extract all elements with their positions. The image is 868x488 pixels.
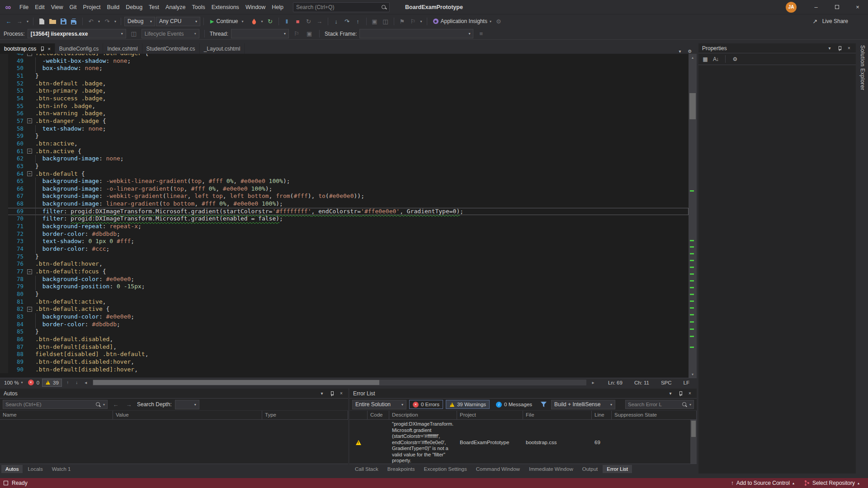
restart-application-icon[interactable]: ↻: [265, 16, 275, 26]
process-dropdown[interactable]: [13564] iisexpress.exe▾: [28, 29, 126, 38]
pin-icon[interactable]: [837, 46, 842, 51]
errors-filter-button[interactable]: 0 Errors: [409, 400, 443, 409]
breakpoint-margin[interactable]: [0, 163, 8, 170]
breakpoint-margin[interactable]: [0, 178, 8, 185]
tab-studentcontroller-cs[interactable]: StudentController.cs: [142, 43, 200, 54]
code-line-82[interactable]: 82−.btn-default.active {: [0, 305, 689, 313]
breakpoint-margin[interactable]: [0, 117, 8, 125]
close-button[interactable]: ×: [847, 0, 868, 14]
restart-icon[interactable]: ↻: [304, 16, 314, 26]
window-position-icon[interactable]: ▾: [667, 391, 674, 396]
column-header-value[interactable]: Value: [113, 411, 262, 419]
code-line-85[interactable]: 85}: [0, 328, 689, 336]
window-position-icon[interactable]: ▾: [826, 46, 833, 51]
configuration-dropdown[interactable]: Debug▾: [124, 17, 155, 26]
code-line-79[interactable]: 79 background-position: 0 -15px;: [0, 283, 689, 291]
scroll-right-icon[interactable]: ▸: [590, 380, 596, 385]
breakpoint-margin[interactable]: [0, 343, 8, 351]
properties-title-bar[interactable]: Properties ▾ ×: [698, 43, 856, 53]
error-list-row[interactable]: "progid:DXImageTransform.Microsoft.gradi…: [349, 420, 689, 464]
breakpoint-margin[interactable]: [0, 103, 8, 110]
fold-collapse-icon[interactable]: −: [27, 54, 32, 56]
search-back-icon[interactable]: ←: [111, 399, 121, 409]
fold-collapse-icon[interactable]: −: [27, 118, 32, 123]
breakpoint-margin[interactable]: [0, 148, 8, 155]
breakpoint-margin[interactable]: [0, 351, 8, 358]
editor-horizontal-scrollbar[interactable]: [93, 380, 586, 385]
open-folder-icon[interactable]: [47, 16, 57, 26]
toolbar-options-icon[interactable]: ⚙: [494, 16, 504, 26]
code-line-50[interactable]: 50 box-shadow: none;: [0, 65, 689, 72]
code-line-87[interactable]: 87.btn-default[disabled],: [0, 343, 689, 351]
code-line-59[interactable]: 59}: [0, 132, 689, 140]
show-next-statement-icon[interactable]: →: [315, 16, 325, 26]
code-line-75[interactable]: 75}: [0, 253, 689, 261]
toggle-bookmark-icon[interactable]: ⚑: [397, 16, 407, 26]
step-into-icon[interactable]: ↓: [331, 16, 341, 26]
scrollbar-thumb[interactable]: [93, 380, 379, 385]
pin-icon[interactable]: [678, 391, 683, 396]
solution-explorer-tab[interactable]: Solution Explorer: [859, 45, 866, 90]
search-forward-icon[interactable]: →: [124, 399, 134, 409]
menu-test[interactable]: Test: [146, 0, 162, 14]
breakpoint-margin[interactable]: [0, 155, 8, 163]
code-line-73[interactable]: 73 text-shadow: 0 1px 0 #fff;: [0, 238, 689, 245]
menu-build[interactable]: Build: [104, 0, 123, 14]
breakpoint-margin[interactable]: [0, 57, 8, 65]
bookmark-dropdown-icon[interactable]: ▾: [419, 19, 424, 23]
autos-title-bar[interactable]: Autos ▾ ×: [0, 389, 348, 399]
tab-breakpoints[interactable]: Breakpoints: [383, 465, 419, 473]
fold-collapse-icon[interactable]: −: [27, 149, 32, 154]
code-line-61[interactable]: 61−.btn.active {: [0, 148, 689, 155]
code-line-89[interactable]: 89.btn-default.disabled:hover,: [0, 358, 689, 366]
column-header-name[interactable]: Name: [0, 411, 113, 419]
autos-grid[interactable]: [0, 420, 348, 464]
events-icon[interactable]: ◫: [381, 16, 391, 26]
breakpoint-margin[interactable]: [0, 185, 8, 193]
break-all-icon[interactable]: ‖: [282, 16, 292, 26]
code-line-63[interactable]: 63}: [0, 163, 689, 170]
error-list-scrollbar[interactable]: [690, 420, 697, 464]
scrollbar-thumb[interactable]: [689, 93, 696, 119]
lifecycle-events-dropdown[interactable]: Lifecycle Events▾: [142, 29, 199, 38]
code-line-77[interactable]: 77−.btn-default:focus {: [0, 268, 689, 276]
live-share-button[interactable]: ↗ Live Share: [810, 16, 848, 26]
menu-git[interactable]: Git: [66, 0, 80, 14]
column-header-project[interactable]: Project: [457, 411, 523, 419]
minimize-button[interactable]: –: [806, 0, 826, 14]
next-bookmark-icon[interactable]: ⚐: [408, 16, 418, 26]
continue-button[interactable]: ▶ Continue ▾: [207, 16, 248, 27]
breakpoint-margin[interactable]: [0, 192, 8, 200]
breakpoint-margin[interactable]: [0, 328, 8, 336]
next-issue-icon[interactable]: ↓: [74, 380, 80, 385]
application-insights-dropdown-icon[interactable]: ▾: [488, 19, 493, 23]
column-header-type[interactable]: Type: [262, 411, 348, 419]
code-line-48[interactable]: 48−fieldset[disabled] .btn-danger {: [0, 54, 689, 57]
search-depth-dropdown[interactable]: ▾: [175, 400, 199, 409]
column-header-description[interactable]: Description: [389, 411, 457, 419]
line-indicator[interactable]: Ln: 69: [608, 380, 623, 385]
column-header-file[interactable]: File: [523, 411, 592, 419]
new-file-icon[interactable]: [37, 16, 47, 26]
scroll-down-icon[interactable]: ▾: [689, 371, 697, 378]
thread-options-icon[interactable]: ▣: [304, 29, 314, 39]
navigate-back-icon[interactable]: ←: [4, 16, 14, 26]
breakpoint-margin[interactable]: [0, 238, 8, 245]
code-line-88[interactable]: 88fieldset[disabled] .btn-default,: [0, 351, 689, 358]
close-icon[interactable]: ×: [338, 391, 344, 396]
breakpoint-margin[interactable]: [0, 313, 8, 321]
stop-debugging-icon[interactable]: ■: [293, 16, 303, 26]
breakpoint-margin[interactable]: [0, 336, 8, 343]
tab-bundleconfig-cs[interactable]: BundleConfig.cs: [55, 43, 103, 54]
code-line-69[interactable]: 69 filter: progid:DXImageTransform.Micro…: [0, 208, 689, 216]
code-line-83[interactable]: 83 background-color: #e0e0e0;: [0, 313, 689, 321]
warning-count-button[interactable]: 39: [42, 379, 62, 387]
breakpoint-margin[interactable]: [0, 170, 8, 178]
code-line-70[interactable]: 70 filter: progid:DXImageTransform.Micro…: [0, 215, 689, 223]
breakpoint-margin[interactable]: [0, 298, 8, 306]
breakpoint-margin[interactable]: [0, 283, 8, 291]
zoom-control[interactable]: 100 % ▾: [2, 379, 25, 387]
hot-reload-dropdown-icon[interactable]: ▾: [260, 19, 264, 23]
code-line-65[interactable]: 65 background-image: -webkit-linear-grad…: [0, 178, 689, 185]
code-line-68[interactable]: 68 background-image: linear-gradient(to …: [0, 200, 689, 208]
